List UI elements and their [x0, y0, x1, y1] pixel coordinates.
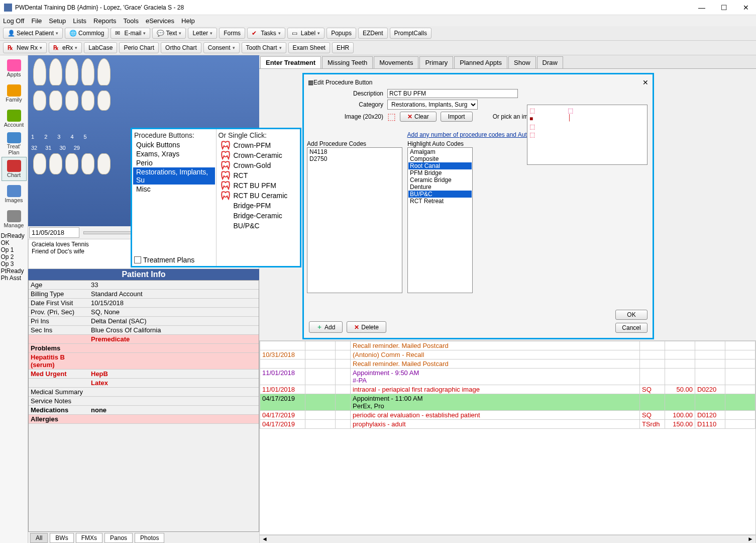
code-item[interactable]: N4118	[308, 148, 401, 155]
category-select[interactable]: Restorations, Implants, Surgery	[387, 100, 478, 110]
minimize-button[interactable]: —	[696, 4, 708, 12]
log-row[interactable]: 04/17/2019prophylaxis - adultTSrdh150.00…	[260, 420, 755, 429]
tasks-button[interactable]: ✔Tasks	[247, 28, 285, 39]
menu-reports[interactable]: Reports	[93, 17, 117, 25]
select-patient-button[interactable]: 👤Select Patient	[3, 28, 63, 39]
code-item[interactable]: D2750	[308, 155, 401, 162]
proc-cat-item[interactable]: Exams, Xrays	[133, 149, 215, 158]
perio-chart-button[interactable]: Perio Chart	[119, 42, 159, 53]
status-ok[interactable]: OK	[1, 239, 27, 246]
imgtab-panos[interactable]: Panos	[104, 533, 133, 543]
menu-eservices[interactable]: eServices	[146, 17, 174, 25]
status-op-1[interactable]: Op 1	[1, 246, 27, 253]
proc-item[interactable]: RCT BU Ceramic	[218, 191, 299, 201]
nav-family[interactable]: Family	[2, 81, 27, 106]
ok-button[interactable]: OK	[615, 310, 647, 320]
labcase-button[interactable]: LabCase	[84, 42, 117, 53]
status-ph-asst[interactable]: Ph Asst	[1, 275, 27, 282]
imgtab-fmxs[interactable]: FMXs	[76, 533, 102, 543]
proc-item[interactable]: Crown-Ceramic	[218, 150, 299, 160]
menu-log-off[interactable]: Log Off	[3, 17, 24, 25]
tab-planned-appts[interactable]: Planned Appts	[454, 56, 507, 68]
ehr-button[interactable]: EHR	[332, 42, 354, 53]
label-button[interactable]: ▭Label	[287, 28, 325, 39]
imgtab-bws[interactable]: BWs	[50, 533, 73, 543]
imgtab-photos[interactable]: Photos	[135, 533, 164, 543]
autocode-item[interactable]: PFM Bridge	[408, 169, 472, 176]
consent-button[interactable]: Consent	[203, 42, 240, 53]
proc-item[interactable]: RCT	[218, 170, 299, 180]
nav-images[interactable]: Images	[2, 182, 27, 206]
nav-chart[interactable]: Chart	[2, 157, 27, 181]
log-row[interactable]: 04/17/2019Appointment - 11:00 AM PerEx, …	[260, 394, 755, 411]
exam-sheet-button[interactable]: Exam Sheet	[288, 42, 330, 53]
maximize-button[interactable]: ☐	[718, 4, 730, 12]
erx-button[interactable]: ℞eRx	[49, 42, 82, 53]
delete-button[interactable]: ✕Delete	[347, 321, 386, 333]
new-rx-button[interactable]: ℞New Rx	[3, 42, 47, 53]
proc-item[interactable]: Crown-PFM	[218, 140, 299, 150]
tab-missing-teeth[interactable]: Missing Teeth	[322, 56, 373, 68]
scroll-right-icon[interactable]: ►	[747, 535, 753, 543]
autocode-item[interactable]: RCT Retreat	[408, 198, 472, 205]
autocode-item[interactable]: Amalgam	[408, 148, 472, 155]
tab-draw[interactable]: Draw	[537, 56, 563, 68]
status-ptready[interactable]: PtReady	[1, 267, 27, 275]
log-row[interactable]: 11/01/2018intraoral - periapical first r…	[260, 385, 755, 394]
note-date-input[interactable]	[29, 227, 79, 238]
tab-show[interactable]: Show	[508, 56, 536, 68]
log-row[interactable]: 04/17/2019periodic oral evaluation - est…	[260, 411, 755, 420]
status-drready[interactable]: DrReady	[1, 232, 27, 239]
progress-notes-grid[interactable]: Recall reminder. Mailed Postcard10/31/20…	[259, 340, 756, 535]
text-button[interactable]: 💬Text	[152, 28, 186, 39]
nav-manage[interactable]: Manage	[2, 207, 27, 231]
proc-cat-item[interactable]: Perio	[133, 158, 215, 167]
proc-cat-item[interactable]: Quick Buttons	[133, 140, 215, 149]
description-input[interactable]	[387, 89, 518, 98]
email-button[interactable]: ✉E-mail	[111, 28, 150, 39]
nav-appts[interactable]: Appts	[2, 56, 27, 80]
image-picker[interactable]: ⬚■⬚⬚ ⬚│	[527, 105, 647, 165]
import-button[interactable]: Import	[441, 112, 473, 122]
autocode-item[interactable]: Composite	[408, 155, 472, 162]
scroll-left-icon[interactable]: ◄	[262, 535, 268, 543]
menu-help[interactable]: Help	[181, 17, 195, 25]
codes-listbox[interactable]: N4118D2750	[307, 147, 402, 293]
log-row[interactable]: 10/31/2018(Antonio) Comm - Recall	[260, 350, 755, 359]
proc-cat-item[interactable]: Restorations, Implants, Su	[133, 167, 215, 185]
autocode-item[interactable]: Ceramic Bridge	[408, 176, 472, 184]
status-op-3[interactable]: Op 3	[1, 260, 27, 267]
nav-account[interactable]: Account	[2, 107, 27, 131]
letter-button[interactable]: Letter	[188, 28, 217, 39]
autocode-item[interactable]: Denture	[408, 184, 472, 191]
proc-item[interactable]: Bridge-PFM	[218, 201, 299, 211]
proc-item[interactable]: BU/P&C	[218, 221, 299, 231]
tab-movements[interactable]: Movements	[374, 56, 418, 68]
proc-item[interactable]: Bridge-Ceramic	[218, 211, 299, 221]
cancel-button[interactable]: Cancel	[615, 323, 647, 333]
proc-cat-item[interactable]: Misc	[133, 185, 215, 194]
promptcalls-button[interactable]: PromptCalls	[390, 28, 431, 39]
log-row[interactable]: Recall reminder. Mailed Postcard	[260, 359, 755, 369]
forms-button[interactable]: Forms	[219, 28, 245, 39]
proc-item[interactable]: Crown-Gold	[218, 160, 299, 170]
treatment-plans-checkbox[interactable]	[134, 256, 141, 263]
menu-setup[interactable]: Setup	[49, 17, 66, 25]
ezdent-button[interactable]: EZDent	[358, 28, 388, 39]
tooth-chart-button[interactable]: Tooth Chart	[242, 42, 286, 53]
close-button[interactable]: ✕	[740, 4, 752, 12]
nav-treat-plan[interactable]: Treat' Plan	[2, 132, 27, 156]
imgtab-all[interactable]: All	[30, 533, 48, 543]
popups-button[interactable]: Popups	[327, 28, 356, 39]
menu-lists[interactable]: Lists	[73, 17, 86, 25]
commlog-button[interactable]: 🌐Commlog	[65, 28, 109, 39]
autocodes-listbox[interactable]: AmalgamCompositeRoot CanalPFM BridgeCera…	[407, 147, 473, 293]
autocode-item[interactable]: Root Canal	[408, 162, 472, 169]
tab-enter-treatment[interactable]: Enter Treatment	[260, 56, 321, 68]
menu-tools[interactable]: Tools	[124, 17, 139, 25]
autocode-item[interactable]: BU/P&C	[408, 191, 472, 198]
tab-primary[interactable]: Primary	[419, 56, 453, 68]
ortho-chart-button[interactable]: Ortho Chart	[161, 42, 201, 53]
add-button[interactable]: ＋Add	[309, 321, 343, 333]
log-row[interactable]: Recall reminder. Mailed Postcard	[260, 341, 755, 350]
